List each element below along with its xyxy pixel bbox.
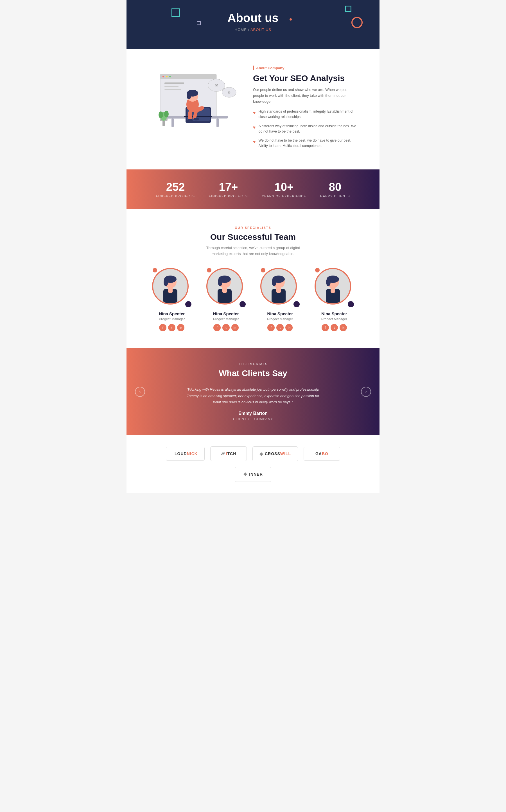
stat-number-1: 17+ — [209, 181, 248, 193]
svg-point-25 — [187, 119, 193, 122]
svg-point-34 — [164, 278, 168, 286]
bullet-item-3: ♥ We do not have to be the best, we do h… — [253, 138, 357, 149]
svg-rect-2 — [163, 76, 164, 77]
stat-item-0: 252 FINISHED PROJECTS — [156, 181, 195, 198]
team-member-role-0: Progect Manager — [149, 317, 195, 321]
facebook-btn-3[interactable]: f — [322, 324, 329, 331]
linkedin-btn-3[interactable]: in — [340, 324, 347, 331]
facebook-btn-2[interactable]: f — [267, 324, 275, 331]
svg-point-44 — [272, 278, 276, 286]
svg-rect-1 — [160, 74, 217, 79]
stat-label-1: FINISHED PROJECTS — [209, 195, 248, 198]
twitter-btn-1[interactable]: t — [222, 324, 230, 331]
deco-square-teal — [171, 8, 180, 17]
testimonials-section: ‹ TESTIMONIALS What Clients Say "Working… — [126, 348, 380, 435]
deco-circle-pink — [351, 17, 363, 28]
team-member-role-3: Progect Manager — [312, 317, 357, 321]
testimonial-prev-button[interactable]: ‹ — [135, 387, 145, 397]
bullet-item-1: ♥ High standards of professionalism, int… — [253, 109, 357, 120]
svg-point-26 — [193, 118, 199, 121]
team-member-role-1: Progect Manager — [203, 317, 249, 321]
facebook-btn-0[interactable]: f — [159, 324, 166, 331]
team-member-name-0: Nina Specter — [149, 311, 195, 316]
svg-point-31 — [164, 111, 169, 117]
twitter-btn-2[interactable]: t — [276, 324, 284, 331]
bullet-heart-icon-3: ♥ — [253, 138, 256, 145]
facebook-btn-1[interactable]: f — [214, 324, 221, 331]
page-title: About us — [132, 11, 374, 25]
partners-section: LOUDNICK 𝒫 ITCH ◈ CROSSWILL GABO ❖ INNER — [126, 435, 380, 493]
stat-label-3: HAPPY CLIENTS — [320, 195, 350, 198]
svg-rect-41 — [222, 288, 227, 293]
stat-number-0: 252 — [156, 181, 195, 193]
svg-rect-14 — [217, 119, 219, 127]
bullet-heart-icon: ♥ — [253, 110, 256, 116]
breadcrumb-home[interactable]: HOME — [235, 27, 247, 32]
team-socials-1: f t in — [203, 324, 249, 331]
bullet-item-2: ♥ A different way of thinking, both insi… — [253, 124, 357, 134]
partner-logo-4: ❖ INNER — [235, 467, 271, 482]
svg-rect-36 — [168, 288, 173, 293]
team-avatar-0 — [152, 268, 189, 304]
svg-text:✉: ✉ — [215, 83, 218, 87]
bullet-heart-icon-2: ♥ — [253, 124, 256, 131]
testimonial-next-button[interactable]: › — [361, 387, 371, 397]
svg-rect-7 — [164, 89, 181, 90]
testimonials-tag: TESTIMONIALS — [149, 362, 357, 365]
partner-logo-1: 𝒫 ITCH — [210, 447, 247, 461]
team-socials-0: f t in — [149, 324, 195, 331]
twitter-btn-0[interactable]: t — [168, 324, 175, 331]
svg-rect-4 — [169, 76, 171, 77]
team-avatar-wrap-2 — [260, 268, 300, 308]
team-avatar-wrap-1 — [206, 268, 246, 308]
team-card-2: Nina Specter Progect Manager f t in — [257, 268, 303, 331]
about-description: Our people define us and show who we are… — [253, 87, 357, 105]
linkedin-btn-2[interactable]: in — [285, 324, 292, 331]
partner-icon-4: ❖ — [243, 472, 247, 477]
team-grid: Nina Specter Progect Manager f t in Nina… — [149, 268, 357, 331]
team-card-1: Nina Specter Progect Manager f t in — [203, 268, 249, 331]
partner-icon-2: ◈ — [259, 451, 263, 457]
about-content: About Company Get Your SEO Analysis Our … — [253, 66, 357, 152]
team-section: OUR SPECIALISTS Our Successful Team Thro… — [126, 209, 380, 348]
svg-point-21 — [187, 91, 191, 99]
breadcrumb-current: ABOUT US — [250, 27, 271, 32]
team-member-name-2: Nina Specter — [257, 311, 303, 316]
avatar-dot-pink-3 — [315, 268, 320, 272]
team-card-3: Nina Specter Progect Manager f t in — [312, 268, 357, 331]
team-avatar-wrap-3 — [315, 268, 354, 308]
avatar-dot-dark-1 — [240, 301, 246, 308]
team-member-name-3: Nina Specter — [312, 311, 357, 316]
team-member-name-1: Nina Specter — [203, 311, 249, 316]
avatar-dot-dark-0 — [185, 301, 191, 308]
team-socials-2: f t in — [257, 324, 303, 331]
svg-point-49 — [326, 278, 331, 286]
about-heading: Get Your SEO Analysis — [253, 73, 357, 83]
svg-point-39 — [218, 278, 222, 286]
svg-rect-13 — [171, 119, 174, 127]
team-avatar-2 — [260, 268, 297, 304]
team-socials-3: f t in — [312, 324, 357, 331]
linkedin-btn-1[interactable]: in — [231, 324, 239, 331]
stat-item-3: 80 HAPPY CLIENTS — [320, 181, 350, 198]
stat-item-1: 17+ FINISHED PROJECTS — [209, 181, 248, 198]
testimonials-title: What Clients Say — [149, 368, 357, 378]
linkedin-btn-0[interactable]: in — [177, 324, 184, 331]
avatar-dot-pink-0 — [153, 268, 157, 272]
team-avatar-wrap-0 — [152, 268, 191, 308]
stat-label-2: YEARS OF EXPERIENCE — [262, 195, 306, 198]
testimonial-author: Emmy Barton — [149, 411, 357, 416]
team-member-role-2: Progect Manager — [257, 317, 303, 321]
partner-logo-3: GABO — [304, 447, 340, 461]
team-section-title: Our Successful Team — [149, 232, 357, 242]
testimonial-quote: "Working with Reuss is always an absolut… — [183, 387, 323, 405]
breadcrumb: HOME / ABOUT US — [132, 27, 374, 32]
partner-icon-1: 𝒫 — [221, 451, 224, 456]
team-section-tag: OUR SPECIALISTS — [149, 226, 357, 229]
deco-dot — [289, 18, 292, 20]
about-company-label: About Company — [253, 66, 357, 70]
avatar-dot-pink-1 — [207, 268, 212, 272]
deco-square-teal2 — [345, 6, 351, 12]
twitter-btn-3[interactable]: t — [331, 324, 338, 331]
stat-label-0: FINISHED PROJECTS — [156, 195, 195, 198]
